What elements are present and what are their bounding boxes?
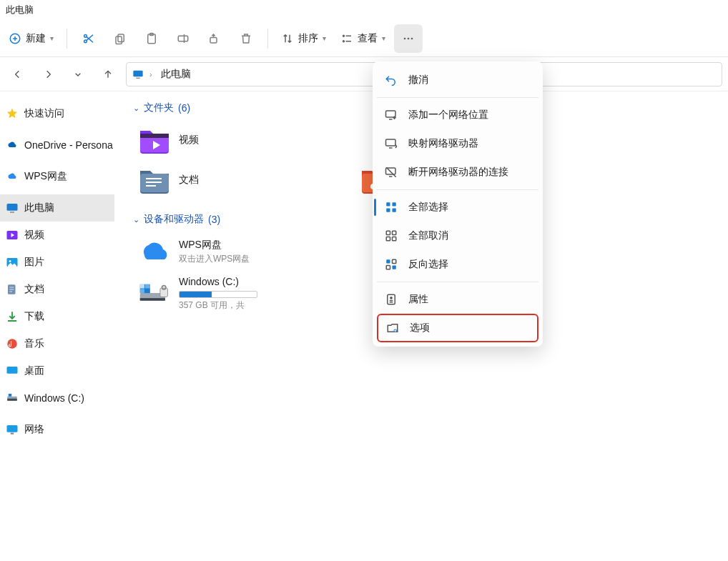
sidebar-item-label: 文档 [24,283,44,296]
sidebar-item-onedrive[interactable]: OneDrive - Persona [0,131,114,159]
svg-rect-70 [386,259,390,263]
svg-rect-73 [393,266,396,269]
svg-rect-13 [210,37,217,43]
drive-usage-bar [179,291,257,298]
menu-item-label: 映射网络驱动器 [408,137,478,150]
paste-button[interactable] [137,24,166,53]
window-title: 此电脑 [6,4,34,16]
rename-icon [177,32,190,45]
folder-tile-videos[interactable]: 视频 [133,120,355,160]
sidebar-item-videos[interactable]: 视频 [0,222,114,249]
new-button[interactable]: 新建 ▾ [3,24,59,53]
copy-button[interactable] [106,24,134,53]
folder-tile-documents[interactable]: 文档 [133,160,355,200]
sidebar-item-label: 桌面 [24,364,44,377]
menu-item-invert-selection[interactable]: 反向选择 [377,250,538,279]
svg-rect-11 [178,36,188,41]
tile-label: 视频 [179,134,199,147]
svg-point-4 [84,39,87,42]
svg-point-15 [343,40,345,41]
map-drive-icon [384,136,398,151]
forward-button[interactable] [36,62,60,86]
breadcrumb[interactable]: 此电脑 [158,66,194,82]
svg-line-61 [386,167,396,177]
documents-folder-icon [139,164,170,196]
menu-item-label: 选项 [410,322,430,334]
menu-item-add-network-location[interactable]: 添加一个网络位置 [377,101,538,129]
sidebar-item-pictures[interactable]: 图片 [0,249,114,276]
rename-button[interactable] [169,24,197,53]
svg-rect-66 [386,231,390,234]
sidebar-item-network[interactable]: 网络 [0,416,114,443]
music-icon [6,337,19,350]
svg-rect-33 [7,367,18,374]
svg-rect-48 [140,298,165,301]
svg-rect-24 [10,212,14,213]
back-button[interactable] [6,62,30,86]
section-heading: 文件夹 [144,101,174,114]
copy-icon [114,32,127,45]
menu-item-properties[interactable]: 属性 [377,285,538,314]
svg-rect-23 [7,204,18,211]
menu-item-label: 断开网络驱动器的连接 [408,166,508,179]
menu-item-map-network-drive[interactable]: 映射网络驱动器 [377,129,538,158]
properties-icon [384,292,398,307]
share-button[interactable] [200,24,229,53]
desktop-icon [6,364,19,377]
options-icon [385,321,400,335]
svg-rect-52 [140,289,144,293]
device-tile-drive-c[interactable]: Windows (C:) 357 GB 可用，共 [133,272,355,316]
sidebar-item-drive-c[interactable]: Windows (C:) [0,384,114,412]
svg-rect-36 [9,394,12,397]
delete-button[interactable] [232,24,260,53]
svg-point-75 [390,297,392,299]
svg-rect-22 [136,77,139,78]
sidebar-item-documents[interactable]: 文档 [0,276,114,303]
menu-item-undo[interactable]: 撤消 [377,66,538,94]
sidebar-item-downloads[interactable]: 下载 [0,303,114,330]
disconnect-drive-icon [384,165,398,179]
menu-item-select-none[interactable]: 全部取消 [377,222,538,250]
svg-point-3 [84,34,87,37]
menu-item-disconnect-network-drive[interactable]: 断开网络驱动器的连接 [377,158,538,187]
sidebar-item-wps[interactable]: WPS网盘 [0,163,114,190]
sidebar-item-desktop[interactable]: 桌面 [0,357,114,384]
svg-rect-69 [393,237,396,241]
sidebar-item-label: OneDrive - Persona [24,139,113,151]
menu-item-options[interactable]: 选项 [377,314,538,342]
recent-button[interactable] [66,62,90,86]
onedrive-icon [6,139,19,152]
cut-button[interactable] [74,24,103,53]
sidebar-item-music[interactable]: 音乐 [0,330,114,357]
chevron-right-icon: › [149,70,152,79]
menu-item-select-all[interactable]: 全部选择 [377,193,538,222]
sidebar-item-label: 图片 [24,256,44,269]
device-tile-wps[interactable]: WPS网盘 双击进入WPS网盘 [133,232,355,272]
sidebar-item-label: WPS网盘 [24,170,67,183]
tile-label: Windows (C:) [179,276,257,287]
chevron-down-icon: ▾ [382,34,385,42]
more-button[interactable] [394,24,423,53]
navigation-row: › 此电脑 [0,57,728,91]
menu-separator [377,189,538,190]
section-count: (3) [208,214,220,225]
trash-icon [240,32,252,45]
sidebar-item-label: Windows (C:) [24,392,84,404]
sidebar-item-label: 下载 [24,310,44,323]
svg-point-32 [7,339,17,349]
view-label: 查看 [358,32,378,45]
tile-sublabel: 双击进入WPS网盘 [179,253,250,265]
svg-rect-74 [388,294,395,304]
chevron-down-icon: ▾ [323,34,326,42]
sidebar-item-this-pc[interactable]: 此电脑 [0,194,114,222]
up-button[interactable] [96,62,120,86]
svg-rect-57 [386,139,396,146]
view-button[interactable]: 查看 ▾ [335,24,391,53]
sidebar-item-quick-access[interactable]: 快速访问 [0,100,114,127]
sidebar-item-label: 视频 [24,229,44,242]
star-icon [6,107,19,120]
sort-button[interactable]: 排序 ▾ [275,24,332,53]
svg-rect-64 [386,209,390,212]
menu-item-label: 反向选择 [408,258,448,271]
select-all-icon [384,200,398,214]
